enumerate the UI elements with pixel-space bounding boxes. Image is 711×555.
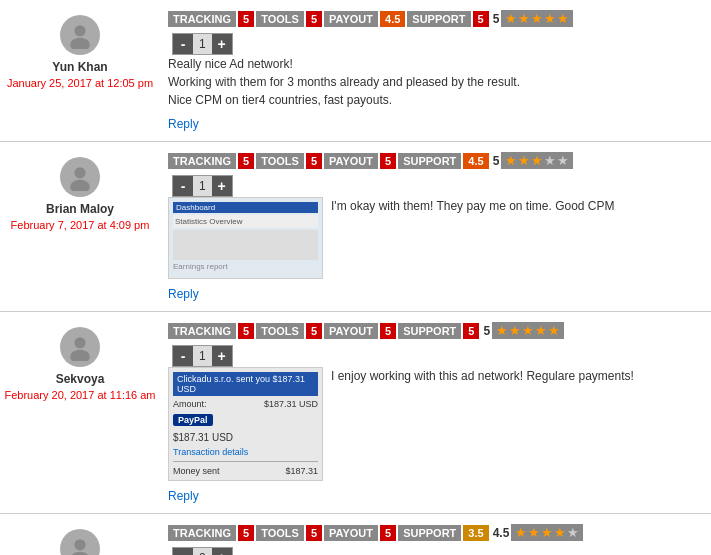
vote-count: 0 — [193, 551, 212, 555]
payment-screenshot: Clickadu s.r.o. sent you $187.31 USD Amo… — [168, 367, 323, 481]
review-text: I'm okay with them! They pay me on time.… — [331, 197, 615, 279]
support-label: SUPPORT — [407, 11, 470, 27]
vote-count: 1 — [193, 179, 212, 193]
vote-plus-button[interactable]: + — [212, 34, 232, 54]
star-filled: ★ — [515, 526, 527, 539]
avatar — [60, 15, 100, 55]
vote-plus-button[interactable]: + — [212, 346, 232, 366]
star-filled: ★ — [496, 324, 508, 337]
reply-link[interactable]: Reply — [168, 489, 199, 503]
payout-label: PAYOUT — [324, 323, 378, 339]
vote-plus-button[interactable]: + — [212, 176, 232, 196]
payout-label: PAYOUT — [324, 525, 378, 541]
star-filled: ★ — [518, 154, 530, 167]
reply-link[interactable]: Reply — [168, 117, 199, 131]
review-row: Adrian Sora February 27, 2017 at 11:45 a… — [0, 514, 711, 555]
user-column: Brian Maloy February 7, 2017 at 4:09 pm — [0, 152, 160, 301]
tracking-label: TRACKING — [168, 11, 236, 27]
star-filled: ★ — [531, 12, 543, 25]
overall-score: 5 — [493, 154, 500, 168]
score-badge: 5 — [238, 323, 254, 339]
user-date: February 20, 2017 at 11:16 am — [4, 388, 155, 403]
score-badge: 5 — [463, 323, 479, 339]
screenshot-thumb: Dashboard Statistics Overview Earnings r… — [168, 197, 323, 279]
support-label: SUPPORT — [398, 153, 461, 169]
vote-controls: - 1 + — [172, 33, 233, 55]
star-filled: ★ — [522, 324, 534, 337]
star-filled: ★ — [518, 12, 530, 25]
review-body: Clickadu s.r.o. sent you $187.31 USD Amo… — [168, 367, 703, 481]
star-filled: ★ — [505, 12, 517, 25]
user-column: Sekvoya February 20, 2017 at 11:16 am — [0, 322, 160, 503]
review-row: Brian Maloy February 7, 2017 at 4:09 pm … — [0, 142, 711, 312]
rating-bar: TRACKING5TOOLS5PAYOUT5SUPPORT3.54.5★★★★★ — [168, 524, 703, 541]
avatar — [60, 327, 100, 367]
score-badge: 5 — [306, 153, 322, 169]
content-column: TRACKING5TOOLS5PAYOUT4.5SUPPORT55★★★★★ -… — [160, 10, 711, 131]
overall-score: 5 — [493, 12, 500, 26]
payout-label: PAYOUT — [324, 153, 378, 169]
svg-point-5 — [70, 350, 90, 361]
review-body: Dashboard Statistics Overview Earnings r… — [168, 197, 703, 279]
tools-label: TOOLS — [256, 11, 304, 27]
review-body: Really nice Ad network!Working with them… — [168, 55, 703, 109]
vote-controls: - 0 + — [172, 547, 233, 555]
user-date: January 25, 2017 at 12:05 pm — [7, 76, 153, 91]
star-filled: ★ — [531, 154, 543, 167]
star-filled: ★ — [541, 526, 553, 539]
tools-label: TOOLS — [256, 323, 304, 339]
star-filled: ★ — [505, 154, 517, 167]
tracking-label: TRACKING — [168, 323, 236, 339]
tracking-label: TRACKING — [168, 153, 236, 169]
vote-minus-button[interactable]: - — [173, 548, 193, 555]
user-name: Sekvoya — [56, 372, 105, 386]
score-badge: 5 — [473, 11, 489, 27]
score-badge: 4.5 — [380, 11, 405, 27]
avatar — [60, 529, 100, 555]
vote-minus-button[interactable]: - — [173, 346, 193, 366]
tools-label: TOOLS — [256, 525, 304, 541]
review-text: Really nice Ad network!Working with them… — [168, 55, 520, 109]
score-badge: 5 — [306, 11, 322, 27]
user-column: Adrian Sora February 27, 2017 at 11:45 a… — [0, 524, 160, 555]
vote-minus-button[interactable]: - — [173, 34, 193, 54]
review-row: Sekvoya February 20, 2017 at 11:16 am TR… — [0, 312, 711, 514]
svg-point-4 — [74, 337, 85, 348]
svg-point-3 — [70, 180, 90, 191]
avatar — [60, 157, 100, 197]
vote-controls: - 1 + — [172, 175, 233, 197]
star-empty: ★ — [567, 526, 579, 539]
user-column: Yun Khan January 25, 2017 at 12:05 pm — [0, 10, 160, 131]
score-badge: 5 — [238, 153, 254, 169]
score-badge: 5 — [306, 525, 322, 541]
vote-plus-button[interactable]: + — [212, 548, 232, 555]
score-badge: 5 — [238, 11, 254, 27]
content-column: TRACKING5TOOLS5PAYOUT5SUPPORT55★★★★★ - 1… — [160, 322, 711, 503]
overall-score: 5 — [483, 324, 490, 338]
content-column: TRACKING5TOOLS5PAYOUT5SUPPORT3.54.5★★★★★… — [160, 524, 711, 555]
stars-display: ★★★★★ — [501, 152, 573, 169]
stars-display: ★★★★★ — [492, 322, 564, 339]
payout-label: PAYOUT — [324, 11, 378, 27]
reply-link[interactable]: Reply — [168, 287, 199, 301]
user-name: Yun Khan — [52, 60, 107, 74]
svg-point-2 — [74, 167, 85, 178]
star-filled: ★ — [535, 324, 547, 337]
overall-score: 4.5 — [493, 526, 510, 540]
star-filled: ★ — [509, 324, 521, 337]
star-empty: ★ — [557, 154, 569, 167]
svg-point-1 — [70, 38, 90, 49]
vote-minus-button[interactable]: - — [173, 176, 193, 196]
score-badge: 3.5 — [463, 525, 488, 541]
score-badge: 5 — [380, 153, 396, 169]
content-column: TRACKING5TOOLS5PAYOUT5SUPPORT4.55★★★★★ -… — [160, 152, 711, 301]
user-name: Brian Maloy — [46, 202, 114, 216]
star-empty: ★ — [544, 154, 556, 167]
star-filled: ★ — [548, 324, 560, 337]
review-row: Yun Khan January 25, 2017 at 12:05 pm TR… — [0, 0, 711, 142]
score-badge: 5 — [306, 323, 322, 339]
score-badge: 4.5 — [463, 153, 488, 169]
rating-bar: TRACKING5TOOLS5PAYOUT5SUPPORT4.55★★★★★ — [168, 152, 703, 169]
rating-bar: TRACKING5TOOLS5PAYOUT4.5SUPPORT55★★★★★ — [168, 10, 703, 27]
star-filled: ★ — [544, 12, 556, 25]
